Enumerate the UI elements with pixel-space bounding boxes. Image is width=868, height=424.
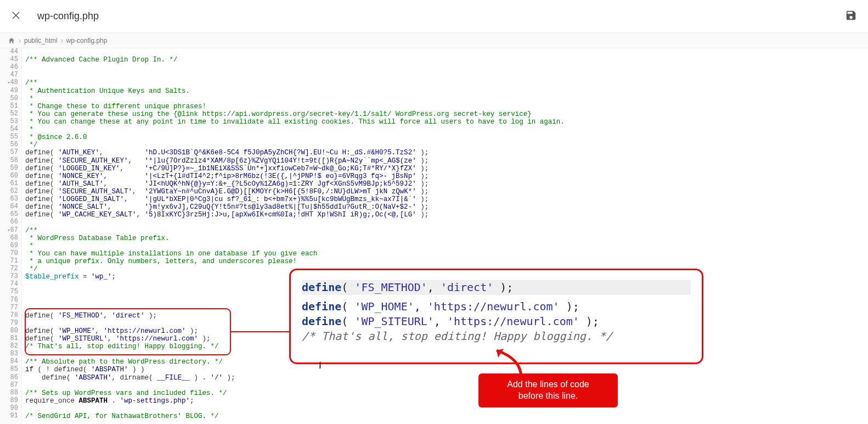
callout-comment: /* That's all, stop editing! Happy blogg… <box>302 329 691 344</box>
code-area[interactable]: /** Advanced Cache Plugin Drop In. */ /*… <box>22 48 868 424</box>
close-icon <box>11 10 21 20</box>
close-button[interactable] <box>11 10 21 23</box>
line-gutter: 44454647▾4849505152535455565758596061626… <box>0 48 22 424</box>
breadcrumb-sep: › <box>61 37 63 44</box>
save-icon <box>845 9 857 21</box>
annotation-connector <box>231 331 289 332</box>
text-cursor-icon: I <box>319 360 322 371</box>
breadcrumb: › public_html › wp-config.php <box>0 33 868 48</box>
code-editor[interactable]: 44454647▾4849505152535455565758596061626… <box>0 48 868 424</box>
instruction-line2: before this line. <box>518 391 578 400</box>
save-button[interactable] <box>845 9 857 24</box>
breadcrumb-item[interactable]: wp-config.php <box>66 37 108 44</box>
annotation-instruction: Add the lines of code before this line. <box>478 373 618 408</box>
home-icon[interactable] <box>8 37 15 44</box>
breadcrumb-item[interactable]: public_html <box>24 37 58 44</box>
editor-header: wp-config.php <box>0 0 868 33</box>
file-title: wp-config.php <box>37 10 99 22</box>
header-left: wp-config.php <box>11 10 99 23</box>
instruction-line1: Add the lines of code <box>507 380 589 389</box>
breadcrumb-sep: › <box>19 37 21 44</box>
